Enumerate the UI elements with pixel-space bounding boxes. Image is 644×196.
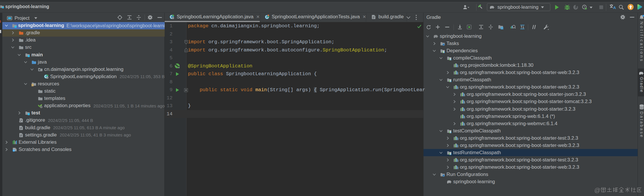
svg-text:A: A <box>613 6 616 10</box>
svg-text:@: @ <box>594 187 600 193</box>
